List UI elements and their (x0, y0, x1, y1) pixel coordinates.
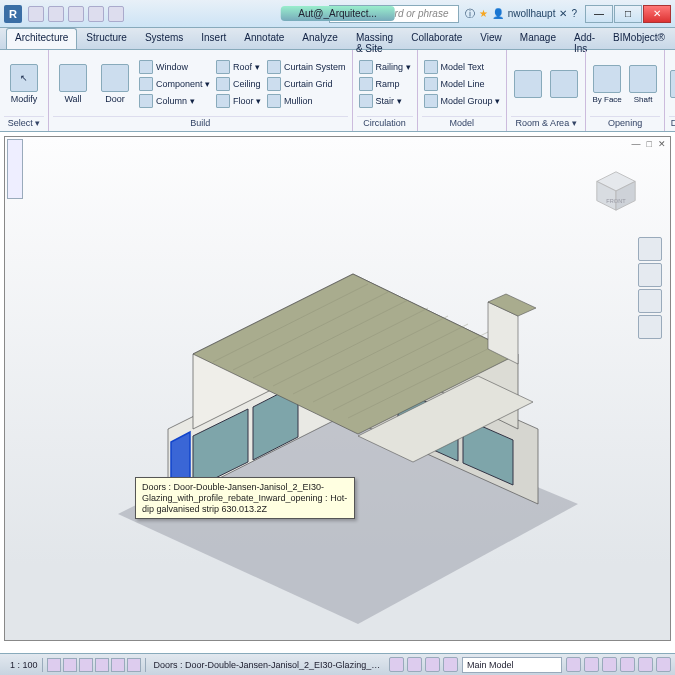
model-text-button[interactable]: Model Text (422, 59, 503, 75)
room-button[interactable] (511, 55, 545, 113)
shadows-icon[interactable] (111, 658, 125, 672)
column-button[interactable]: Column ▾ (137, 93, 212, 109)
favorite-icon[interactable]: ★ (479, 8, 488, 19)
model-text-icon (424, 60, 438, 74)
panel-room-area: Room & Area ▾ (507, 50, 586, 131)
qat-print-icon[interactable] (108, 6, 124, 22)
view-maximize-icon[interactable]: □ (647, 139, 652, 149)
orbit-icon[interactable] (638, 315, 662, 339)
view-minimize-icon[interactable]: — (632, 139, 641, 149)
curtain-system-button[interactable]: Curtain System (265, 59, 348, 75)
design-option-selector[interactable]: Main Model (462, 657, 562, 673)
editable-only-icon[interactable] (425, 657, 440, 672)
mullion-button[interactable]: Mullion (265, 93, 348, 109)
component-button[interactable]: Component ▾ (137, 76, 212, 92)
panel-label-build: Build (53, 116, 348, 129)
panel-label-room: Room & Area ▾ (511, 116, 581, 129)
tab-addins[interactable]: Add-Ins (565, 28, 604, 49)
close-button[interactable]: ✕ (643, 5, 671, 23)
qat-undo-icon[interactable] (68, 6, 84, 22)
model-group-button[interactable]: Model Group ▾ (422, 93, 503, 109)
ribbon: ↖ Modify Select ▾ Wall Door Window Compo… (0, 50, 675, 132)
roof-button[interactable]: Roof ▾ (214, 59, 263, 75)
tab-annotate[interactable]: Annotate (235, 28, 293, 49)
grid-icon (670, 70, 675, 98)
stair-icon (359, 94, 373, 108)
sun-path-icon[interactable] (95, 658, 109, 672)
app-icon[interactable]: R (4, 5, 22, 23)
select-pinned-icon[interactable] (602, 657, 617, 672)
view-close-icon[interactable]: ✕ (658, 139, 666, 149)
ceiling-button[interactable]: Ceiling (214, 76, 263, 92)
qat-redo-icon[interactable] (88, 6, 104, 22)
filter-icon[interactable] (656, 657, 671, 672)
panel-label-datum: Datum (669, 116, 675, 129)
visual-style-icon[interactable] (79, 658, 93, 672)
tab-massing[interactable]: Massing & Site (347, 28, 402, 49)
design-options-icon[interactable] (407, 657, 422, 672)
tab-manage[interactable]: Manage (511, 28, 565, 49)
panel-build: Wall Door Window Component ▾ Column ▾ Ro… (49, 50, 353, 131)
zoom-icon[interactable] (638, 289, 662, 313)
document-title: Aut@_Arquitect... (280, 6, 395, 21)
tab-architecture[interactable]: Architecture (6, 28, 77, 49)
svg-text:FRONT: FRONT (606, 198, 626, 204)
shaft-button[interactable]: Shaft (626, 55, 660, 113)
panel-circulation: Railing ▾ Ramp Stair ▾ Circulation (353, 50, 418, 131)
ceiling-icon (216, 77, 230, 91)
panel-datum: Datum (665, 50, 675, 131)
window-button[interactable]: Window (137, 59, 212, 75)
worksets-icon[interactable] (389, 657, 404, 672)
infocenter-icon[interactable]: ⓘ (465, 7, 475, 21)
cursor-icon: ↖ (10, 64, 38, 92)
wall-button[interactable]: Wall (53, 55, 93, 113)
select-links-icon[interactable] (566, 657, 581, 672)
tab-structure[interactable]: Structure (77, 28, 136, 49)
select-underlay-icon[interactable] (584, 657, 599, 672)
column-icon (139, 94, 153, 108)
tab-view[interactable]: View (471, 28, 511, 49)
select-face-icon[interactable] (620, 657, 635, 672)
drag-elements-icon[interactable] (638, 657, 653, 672)
tab-analyze[interactable]: Analyze (293, 28, 347, 49)
area-button[interactable] (547, 55, 581, 113)
ramp-button[interactable]: Ramp (357, 76, 413, 92)
door-icon (101, 64, 129, 92)
tab-bimobject[interactable]: BIMobject® (604, 28, 674, 49)
ribbon-tabs: Architecture Structure Systems Insert An… (0, 28, 675, 50)
door-button[interactable]: Door (95, 55, 135, 113)
qat-save-icon[interactable] (48, 6, 64, 22)
sync-icon[interactable] (443, 657, 458, 672)
by-face-button[interactable]: By Face (590, 55, 624, 113)
viewport-3d[interactable]: — □ ✕ Door (4, 136, 671, 641)
floor-button[interactable]: Floor ▾ (214, 93, 263, 109)
model-line-button[interactable]: Model Line (422, 76, 503, 92)
railing-button[interactable]: Railing ▾ (357, 59, 413, 75)
viewcube[interactable]: FRONT (592, 167, 640, 215)
properties-palette-collapsed[interactable] (7, 139, 23, 199)
shaft-icon (629, 65, 657, 93)
crop-icon[interactable] (127, 658, 141, 672)
mullion-icon (267, 94, 281, 108)
minimize-button[interactable]: — (585, 5, 613, 23)
tab-insert[interactable]: Insert (192, 28, 235, 49)
exchange-icon[interactable]: ✕ (559, 8, 567, 19)
help-icon[interactable]: ? (571, 8, 577, 19)
qat-open-icon[interactable] (28, 6, 44, 22)
datum-button[interactable] (669, 55, 675, 113)
username-label[interactable]: nwollhaupt (508, 8, 556, 19)
detail-level-icon[interactable] (63, 658, 77, 672)
panel-label-circulation: Circulation (357, 116, 413, 129)
tab-systems[interactable]: Systems (136, 28, 192, 49)
pan-icon[interactable] (638, 263, 662, 287)
panel-label-opening: Opening (590, 116, 660, 129)
view-control-icon[interactable] (47, 658, 61, 672)
tab-collaborate[interactable]: Collaborate (402, 28, 471, 49)
modify-button[interactable]: ↖ Modify (4, 55, 44, 113)
scale-selector[interactable]: 1 : 100 (10, 660, 38, 670)
signin-icon[interactable]: 👤 (492, 8, 504, 19)
maximize-button[interactable]: □ (614, 5, 642, 23)
stair-button[interactable]: Stair ▾ (357, 93, 413, 109)
curtain-grid-button[interactable]: Curtain Grid (265, 76, 348, 92)
steering-wheel-icon[interactable] (638, 237, 662, 261)
